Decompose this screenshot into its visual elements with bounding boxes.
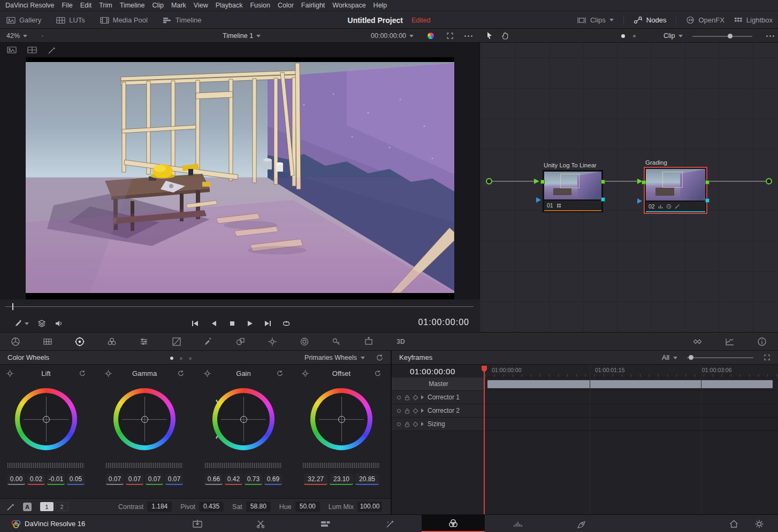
track-corrector-1[interactable]: Corrector 1 bbox=[392, 391, 485, 404]
grab-still-chevron-icon[interactable] bbox=[25, 322, 29, 325]
gamma-wheel-indicator[interactable] bbox=[141, 416, 148, 423]
menu-edit[interactable]: Edit bbox=[80, 2, 92, 9]
page-edit-button[interactable] bbox=[315, 515, 336, 532]
lock-icon[interactable] bbox=[405, 395, 410, 400]
master-overview-band[interactable] bbox=[487, 380, 773, 388]
menu-app[interactable]: DaVinci Resolve bbox=[5, 2, 54, 9]
gain-wheel-indicator[interactable] bbox=[240, 416, 247, 423]
menu-playback[interactable]: Playback bbox=[216, 2, 243, 9]
gain-crosshair-icon[interactable] bbox=[204, 370, 211, 377]
palette-key-icon[interactable] bbox=[331, 336, 342, 347]
nodes-button[interactable]: Nodes bbox=[634, 16, 667, 24]
viewer-zoom-select[interactable]: 42% bbox=[6, 29, 27, 43]
pivot-value[interactable]: 0.435 bbox=[199, 502, 224, 512]
menu-view[interactable]: View bbox=[194, 2, 208, 9]
gain-value-y[interactable]: 0.66 bbox=[205, 474, 223, 485]
info-panel-toggle-icon[interactable] bbox=[757, 336, 767, 347]
gain-value-b[interactable]: 0.69 bbox=[264, 474, 282, 485]
keyframe-ruler[interactable]: 01:00:00:00 01:00:01:15 01:00:03:06 bbox=[485, 365, 778, 377]
offset-master-slider[interactable] bbox=[303, 462, 380, 469]
lift-reset-icon[interactable] bbox=[79, 370, 86, 377]
auto-balance-button[interactable]: A bbox=[23, 503, 32, 511]
keyframes-filter-select[interactable]: All bbox=[662, 351, 677, 365]
node-01[interactable]: Unity Log To Linear 01 bbox=[543, 170, 603, 212]
page-fusion-button[interactable] bbox=[379, 515, 401, 532]
node-02-key-input-port[interactable] bbox=[637, 198, 642, 204]
page-fairlight-button[interactable] bbox=[507, 515, 529, 532]
lift-value-y[interactable]: 0.00 bbox=[7, 474, 25, 485]
openfx-button[interactable]: OpenFX bbox=[686, 16, 724, 24]
node-01-rgb-output-port[interactable] bbox=[601, 180, 605, 184]
palette-curves-icon[interactable] bbox=[171, 336, 182, 347]
node-zoom-slider[interactable] bbox=[692, 36, 752, 37]
gain-value-g[interactable]: 0.73 bbox=[245, 474, 262, 485]
keyframes-expand-icon[interactable] bbox=[764, 354, 771, 361]
offset-color-wheel[interactable] bbox=[310, 388, 372, 450]
menu-mark[interactable]: Mark bbox=[171, 2, 186, 9]
node-02-rgb-output-port[interactable] bbox=[705, 180, 710, 184]
lift-value-r[interactable]: 0.02 bbox=[27, 474, 45, 485]
viewer-enhance-wand-icon[interactable] bbox=[48, 46, 57, 55]
lift-master-slider[interactable] bbox=[7, 462, 85, 469]
palette-color-match-icon[interactable] bbox=[42, 336, 53, 347]
timeline-select[interactable]: Timeline 1 bbox=[223, 29, 261, 43]
play-button[interactable] bbox=[246, 319, 254, 328]
lift-wheel-indicator[interactable] bbox=[43, 416, 50, 423]
page-media-button[interactable] bbox=[187, 515, 208, 532]
gain-reset-icon[interactable] bbox=[276, 370, 283, 377]
keyframes-zoom-slider[interactable] bbox=[687, 357, 753, 358]
node-01-key-output-port[interactable] bbox=[601, 197, 605, 202]
lift-value-b[interactable]: 0.05 bbox=[67, 474, 85, 485]
keyframes-panel-toggle-icon[interactable] bbox=[692, 336, 703, 347]
node-editor[interactable]: Unity Log To Linear 01 Grading 02 bbox=[480, 43, 778, 333]
node-01-rgb-input-port[interactable] bbox=[540, 180, 545, 184]
node-options-icon[interactable] bbox=[766, 35, 774, 37]
page-deliver-button[interactable] bbox=[570, 515, 592, 532]
offset-wheel-indicator[interactable] bbox=[338, 416, 345, 423]
node-indicator-dot-active[interactable] bbox=[621, 34, 625, 38]
track-corrector-1-lane[interactable] bbox=[485, 391, 778, 404]
hue-value[interactable]: 50.00 bbox=[295, 502, 320, 512]
audio-mute-icon[interactable] bbox=[55, 319, 64, 328]
lock-icon[interactable] bbox=[405, 408, 410, 414]
gain-value-r[interactable]: 0.42 bbox=[225, 474, 242, 485]
page-color-button-active[interactable] bbox=[422, 515, 485, 532]
clips-button[interactable]: Clips bbox=[577, 16, 614, 24]
palette-color-wheels-icon[interactable] bbox=[74, 336, 85, 347]
stop-button[interactable] bbox=[228, 319, 237, 328]
node-indicator-dot[interactable] bbox=[633, 35, 636, 37]
palette-sizing-icon[interactable] bbox=[363, 336, 374, 347]
menu-help[interactable]: Help bbox=[373, 2, 387, 9]
jog-playhead[interactable] bbox=[12, 303, 13, 310]
gamma-reset-icon[interactable] bbox=[177, 370, 184, 377]
palette-qualifier-icon[interactable] bbox=[203, 336, 213, 347]
wipe-modes-icon[interactable] bbox=[37, 319, 46, 328]
wheel-page-tab-2[interactable]: 2 bbox=[55, 502, 68, 511]
sat-value[interactable]: 58.80 bbox=[246, 502, 271, 512]
palette-tracker-icon[interactable] bbox=[267, 336, 278, 347]
offset-value-r[interactable]: 32.27 bbox=[304, 474, 327, 485]
palette-power-window-icon[interactable] bbox=[235, 336, 246, 347]
node-clip-select[interactable]: Clip bbox=[663, 29, 683, 43]
page-cut-button[interactable] bbox=[250, 515, 271, 532]
viewer-split-icon[interactable] bbox=[27, 46, 37, 54]
node-01-key-input-port[interactable] bbox=[536, 197, 541, 203]
lightbox-button[interactable]: Lightbox bbox=[734, 16, 773, 24]
gamma-value-r[interactable]: 0.07 bbox=[126, 474, 143, 485]
offset-crosshair-icon[interactable] bbox=[302, 370, 309, 377]
gamma-crosshair-icon[interactable] bbox=[105, 370, 112, 377]
node-cursor-tool-icon[interactable] bbox=[486, 32, 494, 40]
keyframes-zoom-handle[interactable] bbox=[689, 355, 693, 360]
loop-button[interactable] bbox=[282, 319, 291, 328]
keyframe-diamond-icon[interactable] bbox=[413, 395, 418, 400]
gamma-value-g[interactable]: 0.07 bbox=[146, 474, 163, 485]
expand-track-icon[interactable] bbox=[421, 408, 424, 413]
media-pool-button[interactable]: Media Pool bbox=[100, 16, 148, 24]
gamma-color-wheel[interactable] bbox=[113, 388, 176, 450]
menu-trim[interactable]: Trim bbox=[99, 2, 112, 9]
timeline-button[interactable]: Timeline bbox=[163, 16, 202, 24]
palette-camera-raw-icon[interactable] bbox=[10, 336, 21, 347]
track-enable-dot[interactable] bbox=[397, 396, 401, 399]
wheel-page-tab-1[interactable]: 1 bbox=[40, 502, 54, 511]
track-sizing-lane[interactable] bbox=[485, 418, 778, 431]
